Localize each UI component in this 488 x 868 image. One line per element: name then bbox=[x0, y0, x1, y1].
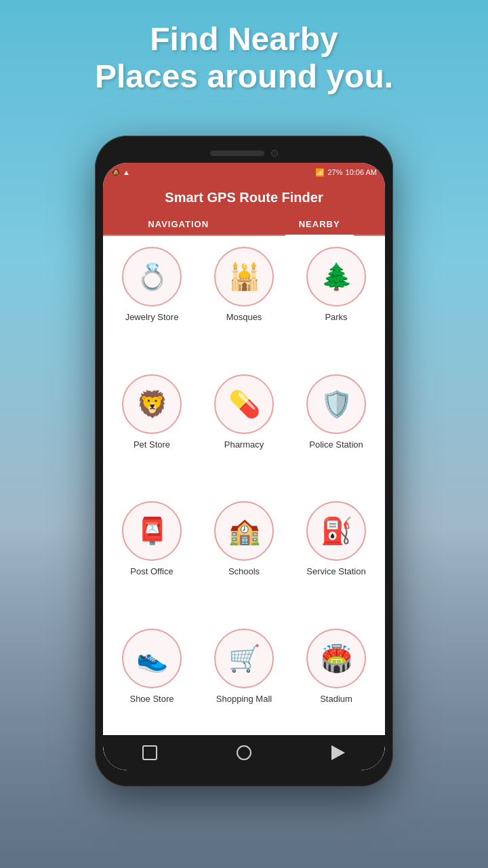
app-title: Smart GPS Route Finder bbox=[103, 190, 385, 214]
parks-icon: 🌲 bbox=[306, 247, 366, 307]
bottom-navigation bbox=[103, 735, 385, 770]
stadium-label: Stadium bbox=[320, 694, 352, 705]
phone-outer-shell: 🔕 ▲ 📶 27% 10:06 AM Smart GPS Route Finde… bbox=[95, 136, 393, 787]
headline-line1: Find Nearby bbox=[27, 20, 461, 58]
phone-mockup: 🔕 ▲ 📶 27% 10:06 AM Smart GPS Route Finde… bbox=[95, 136, 393, 787]
tab-nearby[interactable]: NEARBY bbox=[285, 214, 354, 235]
jewelry-store-label: Jewelry Store bbox=[125, 312, 179, 323]
post-office-icon: 📮 bbox=[122, 501, 182, 561]
grid-item-shoe-store[interactable]: 👟Shoe Store bbox=[111, 629, 192, 745]
places-grid: 💍Jewelry Store🕌Mosques🌲Parks🦁Pet Store💊P… bbox=[103, 236, 385, 755]
back-button[interactable] bbox=[329, 743, 348, 762]
mosques-icon: 🕌 bbox=[214, 247, 274, 307]
shoe-store-label: Shoe Store bbox=[129, 694, 174, 705]
service-station-label: Service Station bbox=[306, 566, 365, 578]
phone-speaker bbox=[210, 151, 264, 156]
schools-label: Schools bbox=[228, 566, 260, 578]
grid-item-jewelry-store[interactable]: 💍Jewelry Store bbox=[111, 247, 192, 363]
grid-item-schools[interactable]: 🏫Schools bbox=[203, 501, 285, 618]
parks-label: Parks bbox=[325, 312, 347, 323]
home-button[interactable] bbox=[235, 743, 253, 762]
app-tabs[interactable]: NAVIGATION NEARBY bbox=[103, 214, 385, 236]
clock: 10:06 AM bbox=[346, 168, 377, 176]
headline-line2: Places around you. bbox=[27, 58, 461, 95]
pet-store-label: Pet Store bbox=[134, 439, 170, 451]
recent-apps-button[interactable] bbox=[140, 743, 159, 762]
grid-item-shopping-mall[interactable]: 🛒Shopping Mall bbox=[203, 629, 285, 745]
circle-icon bbox=[237, 745, 251, 760]
status-right: 📶 27% 10:06 AM bbox=[315, 168, 377, 177]
app-header: Smart GPS Route Finder NAVIGATION NEARBY bbox=[103, 182, 385, 236]
grid-item-service-station[interactable]: ⛽Service Station bbox=[296, 501, 377, 618]
shopping-mall-label: Shopping Mall bbox=[216, 694, 272, 705]
mosques-label: Mosques bbox=[226, 312, 262, 323]
grid-item-parks[interactable]: 🌲Parks bbox=[296, 247, 377, 363]
pet-store-icon: 🦁 bbox=[122, 374, 182, 434]
grid-item-pet-store[interactable]: 🦁Pet Store bbox=[111, 374, 192, 491]
status-icons: 🔕 ▲ bbox=[111, 168, 130, 177]
grid-item-post-office[interactable]: 📮Post Office bbox=[111, 501, 192, 618]
service-station-icon: ⛽ bbox=[306, 501, 366, 561]
phone-screen: 🔕 ▲ 📶 27% 10:06 AM Smart GPS Route Finde… bbox=[103, 163, 385, 770]
shoe-store-icon: 👟 bbox=[122, 629, 182, 688]
signal-icon: 📶 bbox=[315, 168, 325, 177]
schools-icon: 🏫 bbox=[214, 501, 274, 561]
grid-item-police-station[interactable]: 🛡️Police Station bbox=[296, 374, 377, 491]
pharmacy-icon: 💊 bbox=[214, 374, 274, 434]
tab-navigation[interactable]: NAVIGATION bbox=[134, 214, 222, 235]
phone-camera bbox=[271, 150, 278, 157]
post-office-label: Post Office bbox=[130, 566, 173, 578]
phone-notch bbox=[103, 144, 385, 163]
shopping-mall-icon: 🛒 bbox=[214, 629, 274, 688]
grid-item-mosques[interactable]: 🕌Mosques bbox=[203, 247, 285, 363]
battery-text: 27% bbox=[327, 168, 342, 176]
police-station-icon: 🛡️ bbox=[306, 374, 366, 434]
stadium-icon: 🏟️ bbox=[306, 629, 366, 688]
status-left: 🔕 ▲ bbox=[111, 168, 130, 177]
pharmacy-label: Pharmacy bbox=[224, 439, 264, 451]
triangle-icon bbox=[331, 745, 345, 760]
status-bar: 🔕 ▲ 📶 27% 10:06 AM bbox=[103, 163, 385, 182]
grid-item-stadium[interactable]: 🏟️Stadium bbox=[296, 629, 377, 745]
police-station-label: Police Station bbox=[309, 439, 363, 451]
jewelry-store-icon: 💍 bbox=[122, 247, 182, 307]
grid-item-pharmacy[interactable]: 💊Pharmacy bbox=[203, 374, 285, 491]
hero-headline: Find Nearby Places around you. bbox=[0, 20, 488, 95]
square-icon bbox=[142, 745, 157, 760]
